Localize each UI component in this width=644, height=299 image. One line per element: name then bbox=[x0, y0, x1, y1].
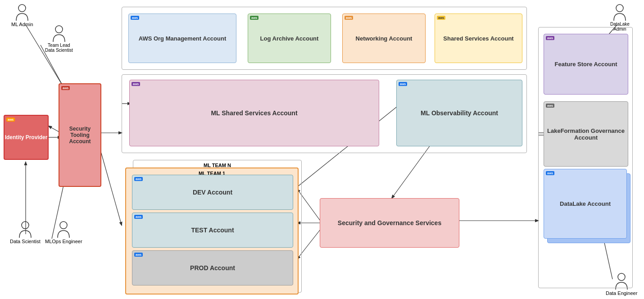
person-team-lead: Team Lead Data Scientist bbox=[45, 25, 73, 53]
ml-shared-services-box: aws ML Shared Services Account bbox=[129, 80, 379, 146]
test-account-label: TEST Account bbox=[191, 227, 234, 234]
aws-badge-ml-obs: aws bbox=[399, 82, 407, 86]
diagram: ML Admin Team Lead Data Scientist Data S… bbox=[0, 0, 644, 299]
security-tooling-label: Security Tooling Account bbox=[59, 126, 100, 145]
feature-store-label: Feature Store Account bbox=[555, 61, 617, 68]
aws-org-label: AWS Org Management Account bbox=[139, 35, 227, 42]
person-label-team-lead: Team Lead Data Scientist bbox=[45, 43, 73, 53]
svg-point-22 bbox=[60, 222, 67, 229]
person-label-data-scientist: Data Scientist bbox=[10, 239, 41, 244]
aws-badge-log-archive: aws bbox=[250, 16, 259, 20]
person-data-scientist: Data Scientist bbox=[10, 221, 41, 244]
networking-box: aws Networking Account bbox=[342, 14, 426, 63]
aws-badge-networking: aws bbox=[345, 16, 353, 20]
person-icon-ml-admin bbox=[15, 4, 29, 22]
aws-badge-prod: aws bbox=[134, 253, 143, 257]
person-mlops-engineer: MLOps Engineer bbox=[45, 221, 82, 244]
datalake-label: DataLake Account bbox=[560, 200, 611, 207]
lakeformation-label: LakeFormation Governance Account bbox=[544, 127, 628, 141]
feature-store-box: aws Feature Store Account bbox=[544, 34, 628, 95]
person-icon-datalake-admin bbox=[613, 4, 626, 22]
networking-label: Networking Account bbox=[356, 35, 413, 42]
lakeformation-box: aws LakeFormation Governance Account bbox=[544, 101, 628, 167]
person-icon-mlops-engineer bbox=[57, 221, 70, 239]
aws-badge-lakeformation: aws bbox=[546, 104, 554, 108]
dev-account-box: aws DEV Account bbox=[132, 175, 293, 210]
person-label-mlops-engineer: MLOps Engineer bbox=[45, 239, 82, 244]
ml-shared-services-label: ML Shared Services Account bbox=[211, 109, 297, 117]
aws-badge-security-tooling: aws bbox=[61, 86, 70, 90]
person-label-data-engineer: Data Engineer bbox=[606, 290, 637, 296]
test-account-box: aws TEST Account bbox=[132, 213, 293, 248]
aws-badge-shared-services: aws bbox=[437, 16, 445, 20]
log-archive-label: Log Archive Account bbox=[260, 35, 319, 42]
dev-account-label: DEV Account bbox=[193, 189, 232, 196]
svg-point-20 bbox=[55, 26, 63, 33]
svg-line-7 bbox=[100, 149, 122, 225]
svg-point-23 bbox=[616, 5, 623, 12]
aws-badge-dev: aws bbox=[134, 177, 143, 181]
aws-badge-identity: aws bbox=[6, 118, 15, 122]
aws-badge-ml-shared: aws bbox=[132, 82, 140, 86]
svg-point-19 bbox=[18, 5, 26, 12]
person-icon-team-lead bbox=[52, 25, 66, 43]
person-ml-admin: ML Admin bbox=[11, 4, 33, 27]
identity-provider-label: Identity Provider bbox=[5, 134, 48, 140]
ml-observability-label: ML Observability Account bbox=[421, 109, 498, 117]
person-icon-data-scientist bbox=[18, 221, 32, 239]
ml-observability-box: aws ML Observability Account bbox=[396, 80, 522, 146]
svg-point-21 bbox=[22, 222, 29, 229]
identity-provider-box: aws Identity Provider bbox=[4, 115, 49, 160]
security-tooling-box: aws Security Tooling Account bbox=[59, 83, 101, 187]
aws-badge-datalake: aws bbox=[546, 171, 554, 175]
aws-badge-org: aws bbox=[131, 16, 139, 20]
aws-badge-test: aws bbox=[134, 215, 143, 219]
log-archive-box: aws Log Archive Account bbox=[248, 14, 331, 63]
datalake-account-box: aws DataLake Account bbox=[544, 169, 627, 239]
prod-account-label: PROD Account bbox=[190, 264, 235, 272]
aws-badge-feature-store: aws bbox=[546, 36, 554, 40]
aws-org-box: aws AWS Org Management Account bbox=[128, 14, 236, 63]
prod-account-box: aws PROD Account bbox=[132, 250, 293, 285]
security-governance-label: Security and Governance Services bbox=[338, 219, 441, 227]
security-governance-box: Security and Governance Services bbox=[320, 198, 459, 248]
shared-services-label: Shared Services Account bbox=[443, 35, 513, 42]
person-label-ml-admin: ML Admin bbox=[11, 22, 33, 27]
shared-services-box: aws Shared Services Account bbox=[435, 14, 522, 63]
